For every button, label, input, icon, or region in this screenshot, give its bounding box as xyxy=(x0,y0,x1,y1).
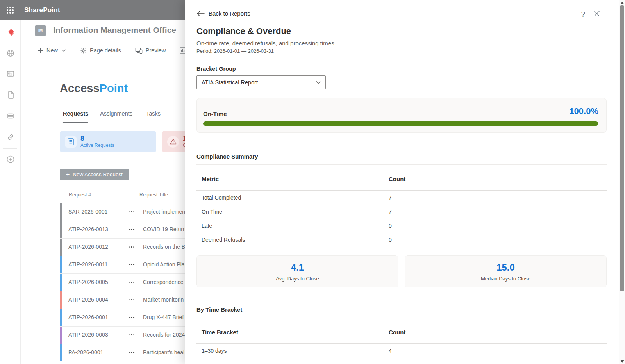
preview-label: Preview xyxy=(146,47,166,54)
column-request-number: Request # xyxy=(69,192,91,198)
row-status-bar xyxy=(60,274,62,291)
new-button[interactable]: New xyxy=(38,47,66,54)
suite-app-name[interactable]: SharePoint xyxy=(24,6,60,14)
active-tab-underline xyxy=(63,122,88,123)
median-days-value: 15.0 xyxy=(405,262,606,273)
add-circle-icon[interactable] xyxy=(5,154,16,164)
more-actions-icon[interactable] xyxy=(129,246,130,248)
document-icon[interactable] xyxy=(5,90,16,100)
back-to-reports-button[interactable]: Back to Reports xyxy=(196,10,607,17)
active-requests-card[interactable]: 8 Active Requests xyxy=(60,131,156,152)
on-time-card: On-Time 100.0% xyxy=(196,98,607,133)
webpart-title-primary: Access xyxy=(60,82,100,95)
compliance-summary-table: Metric Count Total Completed 7 On Time 7 xyxy=(196,176,607,247)
compliance-summary-heading: Compliance Summary xyxy=(196,153,607,160)
command-bar: New Page details Preview xyxy=(38,45,187,55)
webpart-title-accent: Point xyxy=(100,82,128,95)
request-number: ATIP-2026-0005 xyxy=(68,279,108,285)
new-access-request-label: New Access Request xyxy=(73,171,123,177)
page-details-button[interactable]: Page details xyxy=(80,47,121,54)
median-days-label: Median Days to Close xyxy=(405,276,606,282)
devices-icon xyxy=(135,47,143,54)
request-title: Participant's heal xyxy=(143,349,184,355)
time-bracket-heading: By Time Bracket xyxy=(196,306,607,313)
metric-count: 0 xyxy=(389,223,607,229)
panel-period: Period: 2026-01-01 — 2026-03-31 xyxy=(196,48,607,54)
bracket-name: 1–30 days xyxy=(202,348,389,354)
rows-icon[interactable] xyxy=(5,111,16,121)
tab-assignments[interactable]: Assignments xyxy=(100,111,132,117)
plus-icon: + xyxy=(66,171,70,178)
preview-button[interactable]: Preview xyxy=(135,47,166,54)
clipboard-list-icon xyxy=(65,136,77,148)
more-actions-icon[interactable] xyxy=(129,211,130,212)
plus-icon xyxy=(38,48,43,54)
bracket-group-label: Bracket Group xyxy=(196,66,607,72)
more-actions-icon[interactable] xyxy=(129,352,130,353)
chevron-down-icon xyxy=(62,49,66,52)
arrow-left-icon xyxy=(196,11,205,16)
active-requests-label: Active Requests xyxy=(80,143,114,148)
request-number: PA-2026-0001 xyxy=(68,349,103,355)
request-title: Records for 2024 xyxy=(143,332,185,338)
avg-days-card: 4.1 Avg. Days to Close xyxy=(196,255,398,287)
new-access-request-button[interactable]: + New Access Request xyxy=(60,169,129,180)
bracket-group-select[interactable]: ATIA Statistical Report xyxy=(196,75,326,89)
link-icon[interactable] xyxy=(5,132,16,142)
active-requests-count: 8 xyxy=(80,135,114,143)
request-title: Drug X-447 Brief xyxy=(143,314,184,320)
tab-requests[interactable]: Requests xyxy=(63,111,88,117)
site-title[interactable]: Information Management Office xyxy=(53,25,176,35)
row-status-bar xyxy=(60,309,62,326)
avg-days-label: Avg. Days to Close xyxy=(197,276,398,282)
request-title: Project implemen xyxy=(143,209,185,215)
scroll-up-arrow-icon[interactable] xyxy=(620,2,624,4)
warning-triangle-icon xyxy=(167,136,179,148)
on-time-value: 100.0% xyxy=(569,106,598,116)
site-logo-badge[interactable]: IM xyxy=(35,25,46,36)
row-status-bar xyxy=(60,327,62,344)
gear-icon xyxy=(80,47,87,54)
median-days-card: 15.0 Median Days to Close xyxy=(405,255,607,287)
metric-count: 0 xyxy=(389,237,607,243)
more-actions-icon[interactable] xyxy=(129,282,130,283)
request-number: ATIP-2026-0011 xyxy=(68,261,108,268)
news-icon[interactable] xyxy=(5,69,16,79)
more-actions-icon[interactable] xyxy=(129,317,130,318)
app-launcher-icon[interactable] xyxy=(0,0,20,20)
stat-cards: 4.1 Avg. Days to Close 15.0 Median Days … xyxy=(196,255,607,287)
time-bracket-table: Time Bracket Count 1–30 days 4 xyxy=(196,329,607,358)
scrollbar-thumb[interactable] xyxy=(620,5,624,291)
left-nav-rail xyxy=(0,20,21,364)
more-actions-icon[interactable] xyxy=(129,229,130,230)
metric-name: Deemed Refusals xyxy=(202,237,389,243)
page-details-label: Page details xyxy=(90,47,121,54)
summary-row: Deemed Refusals 0 xyxy=(196,233,607,247)
summary-row: Total Completed 7 xyxy=(196,191,607,205)
on-time-progress-fill xyxy=(203,121,598,126)
request-number: ATIP-2026-0001 xyxy=(68,314,108,320)
more-actions-icon[interactable] xyxy=(129,334,130,335)
request-title: Records on the B xyxy=(143,244,185,250)
bracket-group-value: ATIA Statistical Report xyxy=(202,79,258,86)
metric-name: Total Completed xyxy=(202,194,389,201)
scroll-down-arrow-icon[interactable] xyxy=(620,360,624,363)
more-actions-icon[interactable] xyxy=(129,299,130,300)
tab-tasks[interactable]: Tasks xyxy=(146,111,161,117)
bracket-count: 4 xyxy=(389,348,607,354)
panel-subtitle: On-time rate, deemed refusals, and proce… xyxy=(196,40,607,46)
summary-row: On Time 7 xyxy=(196,205,607,219)
row-status-bar xyxy=(60,256,62,273)
window-scrollbar[interactable] xyxy=(619,0,625,364)
row-status-bar xyxy=(60,203,62,221)
rail-divider xyxy=(3,148,17,149)
request-title: COVID 19 Return xyxy=(143,226,186,232)
globe-icon[interactable] xyxy=(5,48,16,58)
metric-name: On Time xyxy=(202,209,389,215)
maple-leaf-icon[interactable] xyxy=(5,27,16,37)
column-count: Count xyxy=(389,176,607,182)
summary-table-header: Metric Count xyxy=(196,176,607,191)
row-status-bar xyxy=(60,239,62,256)
more-actions-icon[interactable] xyxy=(129,264,130,265)
request-title: Market monitorin xyxy=(143,296,184,303)
